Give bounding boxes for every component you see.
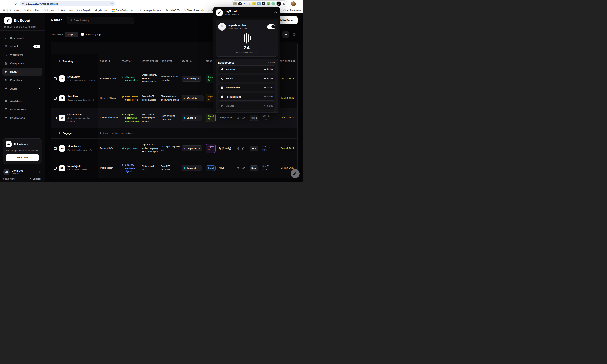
- column-header[interactable]: LATEST UPDATE: [142, 60, 159, 63]
- reload-button[interactable]: ↻: [13, 1, 18, 6]
- row-checkbox[interactable]: [54, 167, 56, 169]
- shortcuts-extension-icon[interactable]: S: [262, 2, 265, 5]
- bookmark-item[interactable]: Music: [10, 9, 19, 12]
- popup-settings-gear-icon[interactable]: [274, 11, 277, 14]
- link-icon[interactable]: [242, 167, 245, 169]
- memo-button[interactable]: Secu: [250, 146, 258, 151]
- group-collapse-chevron-icon[interactable]: [54, 60, 56, 63]
- site-info-icon[interactable]: [22, 2, 25, 5]
- outline-extension-icon[interactable]: O: [243, 2, 246, 5]
- column-header[interactable]: TRACTION: [121, 60, 140, 63]
- row-checkbox[interactable]: [54, 147, 56, 150]
- back-button[interactable]: ←: [2, 1, 7, 6]
- company-name[interactable]: AeroFlux: [67, 95, 94, 98]
- search-box[interactable]: [67, 17, 134, 24]
- website-globe-icon[interactable]: [237, 147, 240, 150]
- source-row-discord[interactable]: DiscordSetup: [218, 102, 275, 110]
- radar-fab[interactable]: [291, 169, 300, 178]
- color-picker-extension-icon[interactable]: /: [233, 2, 237, 5]
- sidebar-item-dashboard[interactable]: Dashboard: [2, 34, 42, 42]
- company-name[interactable]: NeuralQuill: [67, 165, 87, 168]
- bookmark-item[interactable]: Crypto: [43, 9, 54, 12]
- stage-select[interactable]: Engaged: [182, 165, 202, 171]
- stylus-extension-icon[interactable]: S: [252, 2, 256, 5]
- url-bar[interactable]: 127.0.0.1:3000/app/radar.html ☆: [20, 1, 115, 6]
- column-header[interactable]: STAGE: [182, 60, 204, 63]
- pixel-extension-icon[interactable]: ▚: [267, 2, 270, 5]
- list-view-button[interactable]: [283, 31, 289, 38]
- remove-chip-icon[interactable]: ×: [74, 33, 76, 36]
- bookmark-star-icon[interactable]: ☆: [110, 2, 113, 5]
- website-globe-icon[interactable]: [237, 117, 240, 119]
- bookmark-item[interactable]: suffrage.io: [77, 9, 91, 12]
- company-tagline: Event streaming for AI safety: [67, 149, 93, 152]
- sidebar-item-integrations[interactable]: Integrations: [2, 114, 42, 122]
- row-checkbox[interactable]: [54, 77, 56, 80]
- company-name[interactable]: SignalMesh: [67, 145, 93, 148]
- fonts-extension-icon[interactable]: F[: [257, 2, 261, 5]
- company-name[interactable]: CarbonCraft: [67, 113, 96, 116]
- signals-toggle[interactable]: [267, 24, 275, 29]
- source-row-hacker-news[interactable]: Hacker NewsActive: [218, 84, 275, 91]
- all-bookmarks[interactable]: All Bookmarks: [283, 9, 301, 12]
- bookmark-item[interactable]: keep in view: [57, 9, 73, 12]
- group-chip-stage[interactable]: Stage×: [65, 32, 78, 37]
- checkbox[interactable]: [81, 33, 84, 36]
- link-icon[interactable]: [242, 147, 245, 150]
- user-settings-gear-icon[interactable]: [38, 170, 41, 174]
- bookmark-item[interactable]: Get W3schools(of…: [112, 9, 135, 12]
- user-block[interactable]: JD John Doe Investor: [0, 166, 45, 176]
- browser-menu-icon[interactable]: ⋮: [297, 2, 302, 5]
- data-sources-title: Data Sources: [218, 61, 234, 64]
- row-checkbox[interactable]: [54, 117, 56, 119]
- source-row-reddit[interactable]: RedditActive: [218, 75, 275, 82]
- stage-select[interactable]: Tracking: [182, 76, 202, 82]
- memo-button[interactable]: Stron: [250, 115, 258, 121]
- status-label: Status: Active: [3, 178, 15, 180]
- sidebar-item-analytics[interactable]: Analytics: [2, 97, 42, 105]
- sidebar-nav: DashboardSignals247WorkflowsCompaniesRad…: [0, 31, 45, 93]
- sidebar-item-label: Integrations: [10, 117, 25, 119]
- sidebar-item-workflows[interactable]: Workflows: [2, 51, 42, 59]
- bookmark-item[interactable]: Node-RED: [165, 9, 179, 12]
- sidebar-item-alerts[interactable]: Alerts: [2, 85, 42, 93]
- browser-toolbar: ← → ↻ 127.0.0.1:3000/app/radar.html ☆ /W…: [0, 0, 303, 7]
- metamask-extension-icon[interactable]: ◆: [248, 2, 251, 5]
- sidebar-item-signals[interactable]: Signals247: [2, 42, 42, 51]
- source-row-twitter-x[interactable]: Twitter/XActive: [218, 65, 275, 73]
- group-collapse-chevron-icon[interactable]: [54, 132, 56, 134]
- source-row-product-hunt[interactable]: Product HuntActive: [218, 93, 275, 101]
- sidebar-item-data-sources[interactable]: Data Sources: [2, 105, 42, 114]
- show-all-groups-toggle[interactable]: Show all groups: [81, 33, 102, 36]
- apps-grid-icon[interactable]: [2, 9, 5, 12]
- website-globe-icon[interactable]: [237, 167, 240, 169]
- wappalyzer-extension-icon[interactable]: W: [238, 2, 242, 5]
- forward-button[interactable]: →: [7, 1, 12, 6]
- memo-button[interactable]: Neec: [250, 165, 258, 171]
- bookmark-item[interactable]: jelvix.com: [95, 9, 108, 12]
- bookmark-item[interactable]: jav: [207, 9, 214, 12]
- kanban-view-button[interactable]: [291, 31, 297, 38]
- column-header[interactable]: FOCUS: [100, 60, 120, 63]
- sidebar-item-radar[interactable]: Radar: [2, 68, 42, 76]
- cursor-extension-icon[interactable]: ↖: [271, 2, 275, 5]
- bookmark-item[interactable]: Thesis Research: [183, 9, 203, 12]
- next-step-cell: Draft light diligence list: [161, 145, 180, 152]
- url-text[interactable]: 127.0.0.1:3000/app/radar.html: [26, 2, 109, 5]
- bookmark-item[interactable]: developer.ibm.com: [139, 9, 162, 12]
- stage-select[interactable]: Engaged: [182, 115, 202, 121]
- link-icon[interactable]: [242, 117, 245, 119]
- search-input[interactable]: [74, 19, 131, 22]
- stage-select[interactable]: Diligence: [182, 145, 202, 151]
- sidebar-item-companies[interactable]: Companies: [2, 59, 42, 67]
- start-chat-button[interactable]: Start Chat: [6, 155, 39, 161]
- sigscout-extension-icon[interactable]: [276, 1, 281, 6]
- profile-avatar[interactable]: [291, 1, 296, 6]
- column-header[interactable]: NEXT STEP: [161, 60, 180, 63]
- extensions-puzzle-icon[interactable]: [283, 2, 286, 5]
- stage-select[interactable]: Warm Intro: [182, 95, 204, 101]
- bookmark-item[interactable]: Akpuru Plant: [23, 9, 40, 12]
- row-checkbox[interactable]: [54, 97, 56, 100]
- company-name[interactable]: NovaStack: [67, 75, 95, 78]
- sidebar-item-founders[interactable]: Founders: [2, 76, 42, 84]
